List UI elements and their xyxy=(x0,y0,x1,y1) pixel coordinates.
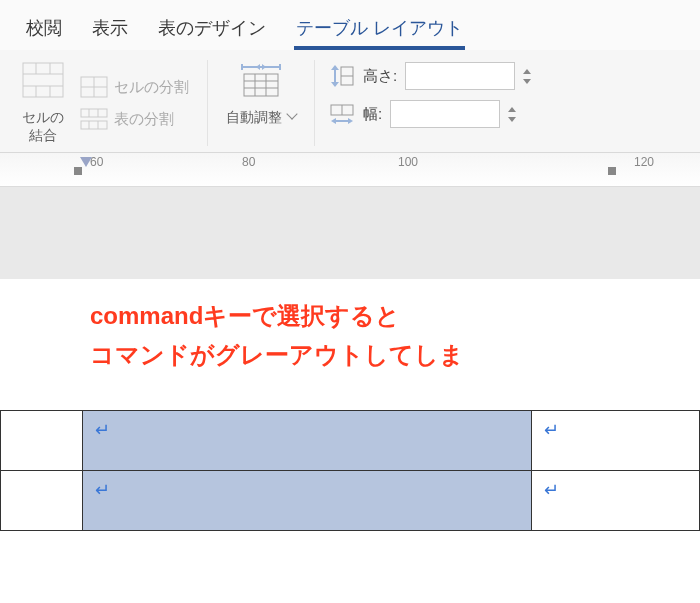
paragraph-mark-icon: ↵ xyxy=(95,480,110,500)
ribbon-group-size: 高さ: 幅: xyxy=(329,60,547,146)
svg-rect-0 xyxy=(23,63,63,97)
merge-cells-label-1: セルの xyxy=(22,109,64,125)
ribbon-group-autofit: 自動調整 xyxy=(222,60,315,146)
height-input[interactable] xyxy=(405,62,515,90)
merge-cells-icon xyxy=(22,62,64,98)
svg-marker-27 xyxy=(331,65,339,70)
svg-marker-19 xyxy=(256,64,260,70)
ribbon: セルの 結合 セルの分割 xyxy=(0,50,700,153)
width-label: 幅: xyxy=(363,105,382,124)
chevron-down-icon xyxy=(523,77,533,87)
ruler-number: 80 xyxy=(242,155,255,169)
width-spinner[interactable] xyxy=(508,104,518,125)
document-page: commandキーで選択すると コマンドがグレーアウトしてしま ↵ ↵ ↵ ↵ xyxy=(0,279,700,531)
ribbon-group-merge: セルの 結合 セルの分割 xyxy=(18,60,208,146)
split-table-button[interactable]: 表の分割 xyxy=(76,106,193,132)
tab-view[interactable]: 表示 xyxy=(90,10,130,50)
ruler-number: 60 xyxy=(90,155,103,169)
chevron-down-icon xyxy=(508,115,518,125)
page-gap xyxy=(0,187,700,279)
height-label: 高さ: xyxy=(363,67,397,86)
document-table[interactable]: ↵ ↵ ↵ ↵ xyxy=(0,410,700,531)
merge-cells-button[interactable]: セルの 結合 xyxy=(18,60,68,146)
row-height-icon xyxy=(329,65,355,87)
split-cells-label: セルの分割 xyxy=(114,78,189,97)
svg-marker-35 xyxy=(348,118,353,124)
table-cell[interactable] xyxy=(1,411,83,471)
table-cell-selected[interactable]: ↵ xyxy=(82,471,531,531)
table-row[interactable]: ↵ ↵ xyxy=(1,471,700,531)
annotation-text: commandキーで選択すると コマンドがグレーアウトしてしま xyxy=(0,297,700,374)
autofit-button[interactable]: 自動調整 xyxy=(222,60,300,128)
indent-handle-icon[interactable] xyxy=(80,157,92,167)
paragraph-mark-icon: ↵ xyxy=(544,420,559,440)
ruler-number: 100 xyxy=(398,155,418,169)
merge-cells-label-2: 結合 xyxy=(29,127,57,143)
chevron-up-icon xyxy=(523,66,533,76)
width-input[interactable] xyxy=(390,100,500,128)
table-cell[interactable] xyxy=(1,471,83,531)
autofit-icon xyxy=(238,62,284,98)
column-marker-icon[interactable] xyxy=(74,167,82,175)
ruler[interactable]: 60 80 100 120 xyxy=(0,153,700,187)
table-row[interactable]: ↵ ↵ xyxy=(1,411,700,471)
column-marker-icon[interactable] xyxy=(608,167,616,175)
split-cells-button[interactable]: セルの分割 xyxy=(76,74,193,100)
height-spinner[interactable] xyxy=(523,66,533,87)
svg-marker-34 xyxy=(331,118,336,124)
svg-rect-11 xyxy=(81,121,107,129)
ruler-number: 120 xyxy=(634,155,654,169)
tab-table-layout[interactable]: テーブル レイアウト xyxy=(294,10,465,50)
svg-marker-20 xyxy=(262,64,266,70)
table-cell[interactable]: ↵ xyxy=(532,471,700,531)
chevron-down-icon xyxy=(286,108,297,119)
tab-table-design[interactable]: 表のデザイン xyxy=(156,10,268,50)
ribbon-tabs: 校閲 表示 表のデザイン テーブル レイアウト xyxy=(0,0,700,50)
split-table-label: 表の分割 xyxy=(114,110,174,129)
svg-marker-28 xyxy=(331,82,339,87)
chevron-up-icon xyxy=(508,104,518,114)
col-width-icon xyxy=(329,103,355,125)
split-cells-icon xyxy=(80,76,108,98)
svg-rect-21 xyxy=(244,74,278,96)
annotation-line2: コマンドがグレーアウトしてしま xyxy=(90,341,464,368)
split-table-icon xyxy=(80,108,108,130)
tab-review[interactable]: 校閲 xyxy=(24,10,64,50)
svg-rect-10 xyxy=(81,109,107,117)
table-cell-selected[interactable]: ↵ xyxy=(82,411,531,471)
paragraph-mark-icon: ↵ xyxy=(544,480,559,500)
table-cell[interactable]: ↵ xyxy=(532,411,700,471)
autofit-label: 自動調整 xyxy=(226,108,282,126)
annotation-line1: commandキーで選択すると xyxy=(90,302,400,329)
paragraph-mark-icon: ↵ xyxy=(95,420,110,440)
